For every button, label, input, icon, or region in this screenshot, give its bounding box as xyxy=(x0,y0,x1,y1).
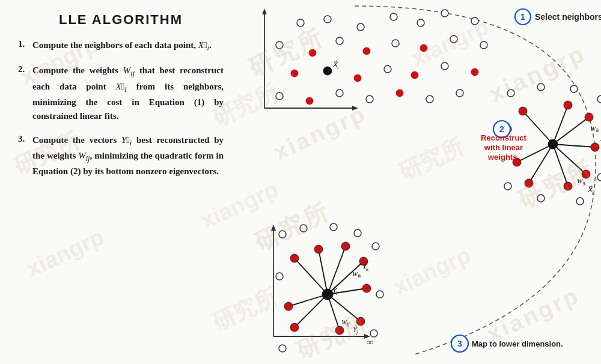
svg-point-24 xyxy=(354,74,361,82)
svg-text:X⃗i: X⃗i xyxy=(332,60,339,70)
right-panel: 1 Select neighbors. X⃗i xyxy=(234,0,601,364)
svg-point-93 xyxy=(290,323,299,332)
svg-point-22 xyxy=(323,67,332,75)
svg-point-26 xyxy=(411,71,418,79)
svg-point-46 xyxy=(564,101,572,109)
svg-point-94 xyxy=(284,302,293,311)
step-2: 2. Compute the weights Wij that best rec… xyxy=(18,64,224,123)
step-3: 3. Compute the vectors Y⃗i best reconstr… xyxy=(18,133,224,179)
svg-line-40 xyxy=(553,144,595,147)
svg-text:1: 1 xyxy=(520,12,525,22)
svg-point-14 xyxy=(309,49,316,56)
steps-list: 1. Compute the neighbors of each data po… xyxy=(18,38,224,179)
label-step1: Select neighbors. xyxy=(535,12,601,22)
svg-point-88 xyxy=(341,242,350,250)
svg-point-11 xyxy=(441,10,448,17)
svg-text:Reconstruct: Reconstruct xyxy=(481,133,527,142)
svg-point-7 xyxy=(324,16,331,23)
svg-point-59 xyxy=(537,195,545,202)
step-text-2: Compute the weights Wij that best recons… xyxy=(32,64,224,123)
svg-point-99 xyxy=(372,243,379,250)
svg-point-50 xyxy=(564,182,572,190)
svg-point-28 xyxy=(471,68,478,76)
svg-text:weights.: weights. xyxy=(487,153,519,162)
svg-point-55 xyxy=(570,85,578,93)
svg-point-13 xyxy=(276,41,283,49)
step-number-1: 1. xyxy=(18,38,32,49)
step-number-3: 3. xyxy=(18,133,32,144)
svg-text:Ȳk: Ȳk xyxy=(362,262,369,272)
svg-point-103 xyxy=(276,273,283,280)
svg-text:Ȳi: Ȳi xyxy=(332,287,338,296)
step-text-3: Compute the vectors Y⃗i best reconstruct… xyxy=(32,133,224,179)
svg-point-90 xyxy=(362,284,371,293)
svg-point-12 xyxy=(471,17,478,25)
left-panel: LLE ALGORITHM 1. Compute the neighbors o… xyxy=(0,0,234,364)
svg-point-6 xyxy=(297,19,304,26)
svg-point-16 xyxy=(363,47,370,55)
algo-title: LLE ALGORITHM xyxy=(18,12,224,28)
svg-marker-1 xyxy=(262,8,267,14)
step-text-1: Compute the neighbors of each data point… xyxy=(32,38,212,54)
svg-line-77 xyxy=(294,258,328,294)
svg-marker-72 xyxy=(271,225,276,231)
svg-point-54 xyxy=(537,83,545,91)
step-1: 1. Compute the neighbors of each data po… xyxy=(18,38,224,54)
svg-point-18 xyxy=(420,44,427,52)
svg-point-33 xyxy=(396,89,403,97)
svg-point-29 xyxy=(276,93,283,100)
svg-text:∞: ∞ xyxy=(367,337,373,347)
svg-text:2: 2 xyxy=(499,124,504,134)
svg-point-15 xyxy=(336,37,343,44)
svg-point-60 xyxy=(576,198,584,205)
svg-point-10 xyxy=(417,19,424,26)
svg-text:Wik: Wik xyxy=(352,270,361,279)
svg-point-48 xyxy=(591,143,599,151)
svg-point-8 xyxy=(357,23,364,31)
diagram-svg: 1 Select neighbors. X⃗i xyxy=(234,0,601,364)
svg-text:Wik: Wik xyxy=(590,125,599,133)
svg-point-87 xyxy=(314,245,323,253)
svg-point-86 xyxy=(290,254,299,262)
svg-text:Wij: Wij xyxy=(341,318,350,327)
svg-point-19 xyxy=(450,35,457,43)
svg-point-96 xyxy=(300,225,307,232)
svg-point-101 xyxy=(370,330,377,337)
svg-line-37 xyxy=(523,111,553,144)
svg-point-31 xyxy=(336,89,343,97)
svg-text:X⃗j: X⃗j xyxy=(587,185,594,195)
page-container: LLE ALGORITHM 1. Compute the neighbors o… xyxy=(0,0,601,364)
svg-line-79 xyxy=(328,246,346,294)
svg-point-35 xyxy=(456,89,463,97)
svg-text:3: 3 xyxy=(457,339,462,348)
svg-point-25 xyxy=(384,65,391,73)
svg-point-100 xyxy=(376,291,383,298)
svg-point-21 xyxy=(291,70,298,77)
svg-line-78 xyxy=(319,249,328,294)
svg-point-58 xyxy=(504,183,511,190)
svg-point-47 xyxy=(585,113,593,121)
svg-point-27 xyxy=(441,62,448,70)
svg-point-102 xyxy=(279,345,286,352)
svg-marker-3 xyxy=(352,106,358,111)
svg-point-49 xyxy=(582,170,590,178)
svg-point-61 xyxy=(597,174,601,181)
svg-point-20 xyxy=(480,41,487,49)
svg-point-53 xyxy=(507,89,514,97)
svg-text:Ȳj: Ȳj xyxy=(352,326,358,335)
step-number-2: 2. xyxy=(18,64,32,74)
svg-text:Wij: Wij xyxy=(577,177,585,186)
svg-point-98 xyxy=(354,229,361,237)
svg-point-56 xyxy=(597,96,601,103)
svg-point-91 xyxy=(356,317,365,326)
svg-point-32 xyxy=(366,96,373,103)
svg-point-92 xyxy=(335,326,344,335)
svg-point-34 xyxy=(426,96,433,103)
svg-point-97 xyxy=(330,223,337,231)
svg-point-51 xyxy=(525,179,533,187)
svg-point-45 xyxy=(519,107,527,115)
svg-point-17 xyxy=(392,40,399,47)
svg-text:with linear: with linear xyxy=(484,143,523,152)
svg-text:Map to lower dimension.: Map to lower dimension. xyxy=(472,339,563,348)
svg-point-30 xyxy=(306,97,313,105)
